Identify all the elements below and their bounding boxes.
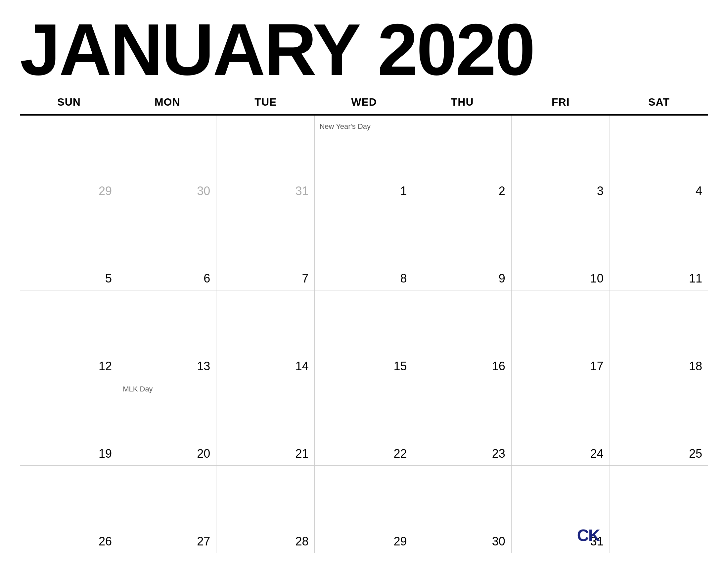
calendar-cell: 29 — [315, 466, 413, 553]
calendar-cell: 22 — [315, 378, 413, 466]
day-header-wed: WED — [315, 93, 413, 112]
calendar-cell: 12 — [20, 291, 118, 378]
day-header-tue: TUE — [216, 93, 315, 112]
day-number: 3 — [597, 184, 604, 198]
day-number: 12 — [99, 359, 112, 373]
day-number: 22 — [394, 447, 407, 461]
calendar-cell: 13 — [118, 291, 216, 378]
day-number: 15 — [394, 359, 407, 373]
day-header-mon: MON — [118, 93, 216, 112]
calendar-cell: 23 — [413, 378, 512, 466]
calendar-cell: 8 — [315, 203, 413, 291]
day-number: 14 — [295, 359, 308, 373]
day-number: 30 — [197, 184, 210, 198]
day-header-sun: SUN — [20, 93, 118, 112]
calendar-cell: 24 — [512, 378, 610, 466]
calendar-cell: 25 — [610, 378, 708, 466]
day-number: 31 — [295, 184, 308, 198]
day-number: 10 — [590, 271, 604, 286]
calendar-cell: 6 — [118, 203, 216, 291]
event-label: New Year's Day — [319, 122, 409, 131]
calendar-cell: 4 — [610, 116, 708, 203]
month-title: JANUARY 2020 — [20, 13, 708, 93]
event-label: MLK Day — [123, 385, 213, 394]
calendar-cell: 16 — [413, 291, 512, 378]
day-number: 18 — [689, 359, 702, 373]
calendar-cell: 31 — [216, 116, 315, 203]
calendar-cell: 3 — [512, 116, 610, 203]
day-number: 9 — [499, 271, 505, 286]
day-number: 21 — [295, 447, 308, 461]
calendar-cell: 26 — [20, 466, 118, 553]
calendar-cell: 15 — [315, 291, 413, 378]
calendar-cell: 30 — [413, 466, 512, 553]
calendar-cell — [610, 466, 708, 553]
calendar-cell: 27 — [118, 466, 216, 553]
day-number: 20 — [197, 447, 210, 461]
day-number: 25 — [689, 447, 702, 461]
day-number: 11 — [689, 271, 702, 286]
day-number: 2 — [499, 184, 505, 198]
calendar-cell: New Year's Day1 — [315, 116, 413, 203]
day-number: 26 — [99, 535, 112, 548]
calendar-cell: 7 — [216, 203, 315, 291]
day-number: 28 — [295, 535, 308, 548]
calendar-cell: 18 — [610, 291, 708, 378]
day-number: 29 — [394, 535, 407, 548]
calendar-cell: 17 — [512, 291, 610, 378]
day-number: 23 — [492, 447, 505, 461]
day-number: 29 — [99, 184, 112, 198]
day-header-sat: SAT — [610, 93, 708, 112]
calendar-cell: 9 — [413, 203, 512, 291]
calendar-page: JANUARY 2020 SUNMONTUEWEDTHUFRISAT 29303… — [0, 0, 728, 563]
day-number: 4 — [696, 184, 702, 198]
day-number: 30 — [492, 535, 505, 548]
day-number: 8 — [400, 271, 407, 286]
day-number: 13 — [197, 359, 210, 373]
calendar-cell: 19 — [20, 378, 118, 466]
day-number: 1 — [400, 184, 407, 198]
calendar-cell: MLK Day20 — [118, 378, 216, 466]
day-number: 7 — [302, 271, 308, 286]
calendar-cell: 14 — [216, 291, 315, 378]
calendar-cell: 29 — [20, 116, 118, 203]
day-headers: SUNMONTUEWEDTHUFRISAT — [20, 93, 708, 116]
calendar-cell: 5 — [20, 203, 118, 291]
day-number: 17 — [590, 359, 604, 373]
day-header-fri: FRI — [512, 93, 610, 112]
day-number: 24 — [590, 447, 604, 461]
day-number: 27 — [197, 535, 210, 548]
day-number: 16 — [492, 359, 505, 373]
calendar-cell: 30 — [118, 116, 216, 203]
calendar-cell: 31CK — [512, 466, 610, 553]
day-number: 5 — [105, 271, 112, 286]
calendar-cell: 2 — [413, 116, 512, 203]
calendar-cell: 21 — [216, 378, 315, 466]
calendar-cell: 10 — [512, 203, 610, 291]
ck-logo: CK — [577, 526, 600, 545]
calendar-cell: 11 — [610, 203, 708, 291]
day-header-thu: THU — [413, 93, 512, 112]
day-number: 6 — [204, 271, 210, 286]
calendar-cell: 28 — [216, 466, 315, 553]
calendar-container: SUNMONTUEWEDTHUFRISAT 293031New Year's D… — [20, 93, 708, 553]
day-number: 19 — [99, 447, 112, 461]
calendar-grid: 293031New Year's Day12345678910111213141… — [20, 116, 708, 553]
